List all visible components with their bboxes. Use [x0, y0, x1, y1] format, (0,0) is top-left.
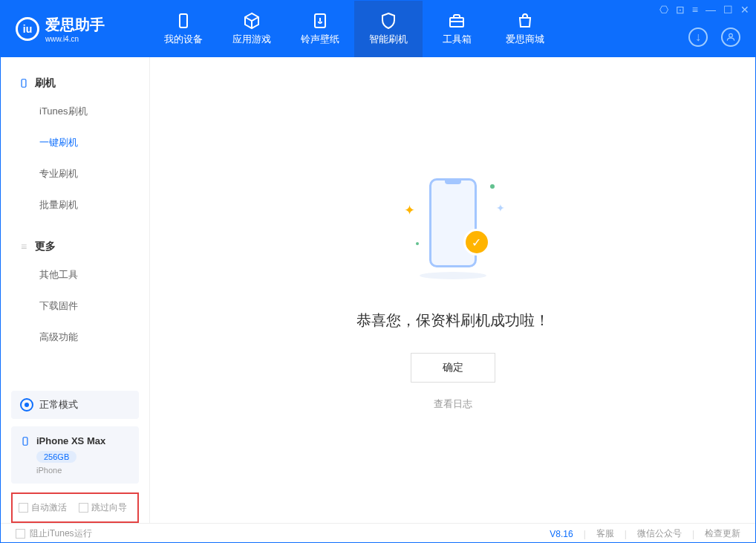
device-row[interactable]: iPhone XS Max 256GB iPhone — [11, 426, 139, 484]
user-icon[interactable] — [721, 27, 740, 47]
dot-icon — [416, 242, 419, 245]
toolbox-icon — [448, 12, 466, 30]
device-icon — [175, 12, 192, 30]
phone-icon — [20, 436, 30, 446]
ok-button[interactable]: 确定 — [411, 353, 495, 383]
success-message: 恭喜您，保资料刷机成功啦！ — [356, 310, 550, 331]
sidebar-item-pro-flash[interactable]: 专业刷机 — [1, 158, 149, 189]
tshirt-icon[interactable]: ⎔ — [659, 4, 668, 16]
nav-tabs: 我的设备 应用游戏 铃声壁纸 智能刷机 工具箱 爱思商城 — [149, 1, 559, 57]
device-name: iPhone XS Max — [36, 435, 105, 446]
checkbox-icon — [19, 503, 28, 513]
maximize-icon[interactable]: ☐ — [723, 4, 733, 16]
body: 刷机 iTunes刷机 一键刷机 专业刷机 批量刷机 ≡ 更多 其他工具 下载固… — [1, 57, 755, 523]
svg-rect-5 — [23, 437, 27, 445]
view-log-link[interactable]: 查看日志 — [434, 397, 472, 411]
nav-tab-ringtones[interactable]: 铃声壁纸 — [286, 1, 354, 57]
device-storage-badge: 256GB — [36, 451, 76, 463]
title-controls: ⎔ ⊡ ≡ — ☐ ✕ — [659, 4, 749, 16]
sidebar-heading-label: 更多 — [35, 240, 56, 253]
svg-rect-4 — [22, 79, 26, 88]
nav-tab-device[interactable]: 我的设备 — [149, 1, 218, 57]
nav-tab-label: 爱思商城 — [506, 33, 544, 46]
footer-link-update[interactable]: 检查更新 — [705, 527, 740, 540]
sidebar-flash-section: 刷机 iTunes刷机 一键刷机 专业刷机 批量刷机 — [1, 57, 149, 221]
main-content: ✓ ✦ ✦ 恭喜您，保资料刷机成功啦！ 确定 查看日志 — [149, 57, 755, 523]
device-type: iPhone — [36, 466, 130, 475]
footer-link-wechat[interactable]: 微信公众号 — [637, 527, 682, 540]
mode-row[interactable]: 正常模式 — [11, 391, 139, 419]
header: iu 爱思助手 www.i4.cn 我的设备 应用游戏 铃声壁纸 智能刷机 工具… — [1, 1, 755, 57]
sparkle-icon: ✦ — [404, 202, 415, 218]
sidebar-heading-flash: 刷机 — [1, 71, 149, 96]
device-name-row: iPhone XS Max — [20, 435, 130, 446]
sidebar-more-section: ≡ 更多 其他工具 下载固件 高级功能 — [1, 221, 149, 353]
menu-icon[interactable]: ≡ — [692, 4, 698, 16]
nav-tab-label: 应用游戏 — [232, 33, 271, 46]
bag-icon — [516, 12, 534, 30]
app-name: 爱思助手 — [45, 15, 105, 35]
nav-tab-toolbox[interactable]: 工具箱 — [423, 1, 491, 57]
checkbox-icon — [16, 529, 25, 539]
shield-icon — [379, 12, 397, 30]
lock-icon[interactable]: ⊡ — [676, 4, 685, 16]
svg-point-3 — [729, 33, 733, 37]
highlighted-options: 自动激活 跳过向导 — [11, 492, 139, 523]
sidebar-heading-more: ≡ 更多 — [1, 234, 149, 259]
nav-tab-label: 铃声壁纸 — [301, 33, 339, 46]
nav-tab-store[interactable]: 爱思商城 — [491, 1, 559, 57]
cube-icon — [243, 12, 261, 30]
phone-illustration: ✓ ✦ ✦ — [394, 169, 512, 288]
sidebar-heading-label: 刷机 — [35, 77, 56, 90]
footer-link-support[interactable]: 客服 — [596, 527, 614, 540]
nav-tab-flash[interactable]: 智能刷机 — [354, 1, 423, 57]
sidebar-item-batch-flash[interactable]: 批量刷机 — [1, 189, 149, 221]
check-badge-icon: ✓ — [463, 229, 490, 256]
footer-right: V8.16 | 客服 | 微信公众号 | 检查更新 — [550, 527, 740, 540]
logo-text: 爱思助手 www.i4.cn — [45, 15, 105, 43]
checkbox-icon — [79, 503, 88, 513]
sidebar-item-advanced[interactable]: 高级功能 — [1, 322, 149, 353]
logo-icon: iu — [16, 17, 39, 41]
sidebar: 刷机 iTunes刷机 一键刷机 专业刷机 批量刷机 ≡ 更多 其他工具 下载固… — [1, 57, 149, 523]
sidebar-item-other-tools[interactable]: 其他工具 — [1, 259, 149, 290]
sparkle-icon: ✦ — [496, 202, 505, 214]
sidebar-item-download-firmware[interactable]: 下载固件 — [1, 290, 149, 322]
minimize-icon[interactable]: — — [706, 4, 716, 16]
nav-tab-label: 工具箱 — [443, 33, 472, 46]
sidebar-item-one-click-flash[interactable]: 一键刷机 — [1, 127, 149, 158]
shadow — [420, 272, 486, 279]
footer: 阻止iTunes运行 V8.16 | 客服 | 微信公众号 | 检查更新 — [1, 523, 755, 543]
phone-notch — [445, 181, 461, 184]
nav-tab-label: 我的设备 — [164, 33, 203, 46]
dot-icon — [490, 184, 495, 189]
header-right: ↓ — [688, 27, 740, 47]
sidebar-item-itunes-flash[interactable]: iTunes刷机 — [1, 96, 149, 127]
checkbox-skip-guide[interactable]: 跳过向导 — [79, 501, 127, 514]
checkbox-auto-activate[interactable]: 自动激活 — [19, 501, 67, 514]
download-icon[interactable]: ↓ — [688, 27, 708, 47]
logo-area: iu 爱思助手 www.i4.cn — [1, 15, 149, 43]
device-panel: 正常模式 iPhone XS Max 256GB iPhone 自动激活 跳过向… — [11, 391, 139, 523]
footer-left: 阻止iTunes运行 — [16, 527, 92, 540]
nav-tab-apps[interactable]: 应用游戏 — [218, 1, 286, 57]
music-icon — [311, 12, 329, 30]
list-icon: ≡ — [19, 241, 29, 252]
mode-label: 正常模式 — [39, 398, 78, 412]
svg-rect-0 — [180, 14, 187, 27]
checkbox-block-itunes[interactable]: 阻止iTunes运行 — [16, 527, 92, 540]
app-url: www.i4.cn — [45, 35, 105, 43]
close-icon[interactable]: ✕ — [740, 4, 749, 16]
phone-icon — [19, 78, 29, 88]
mode-icon — [20, 398, 33, 412]
phone-frame — [429, 178, 477, 267]
nav-tab-label: 智能刷机 — [369, 33, 408, 46]
version-label: V8.16 — [550, 529, 573, 539]
